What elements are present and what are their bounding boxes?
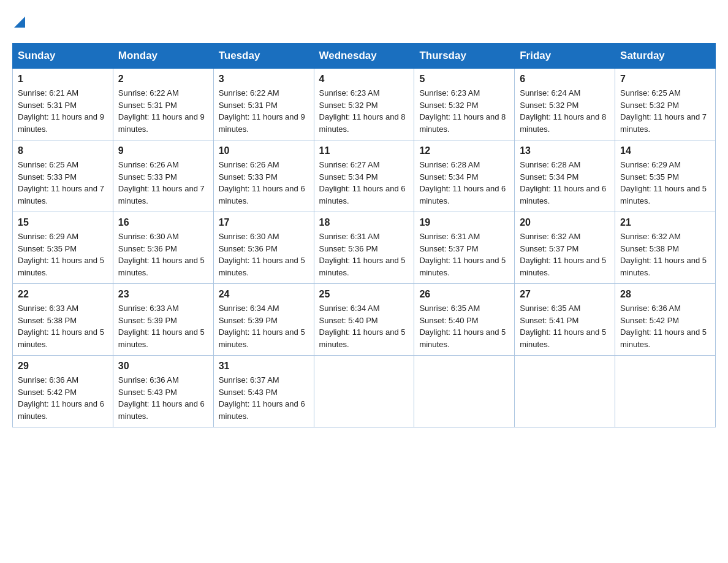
logo-triangle-icon (14, 12, 25, 32)
day-number: 31 (219, 361, 309, 372)
calendar-cell: 22 Sunrise: 6:33 AM Sunset: 5:38 PM Dayl… (13, 284, 113, 356)
calendar-cell: 14 Sunrise: 6:29 AM Sunset: 5:35 PM Dayl… (615, 140, 716, 212)
day-info: Sunrise: 6:28 AM Sunset: 5:34 PM Dayligh… (520, 159, 610, 207)
page-header (12, 12, 716, 33)
logo-general-row (12, 12, 25, 33)
day-number: 21 (620, 217, 710, 228)
day-info: Sunrise: 6:23 AM Sunset: 5:32 PM Dayligh… (319, 87, 409, 135)
day-info: Sunrise: 6:23 AM Sunset: 5:32 PM Dayligh… (419, 87, 509, 135)
day-number: 14 (620, 145, 710, 156)
day-number: 25 (319, 289, 409, 300)
calendar-cell: 27 Sunrise: 6:35 AM Sunset: 5:41 PM Dayl… (515, 284, 615, 356)
day-info: Sunrise: 6:31 AM Sunset: 5:37 PM Dayligh… (419, 231, 509, 278)
day-info: Sunrise: 6:30 AM Sunset: 5:36 PM Dayligh… (219, 231, 309, 278)
calendar-cell: 12 Sunrise: 6:28 AM Sunset: 5:34 PM Dayl… (414, 140, 515, 212)
day-number: 5 (419, 74, 509, 85)
calendar-cell: 5 Sunrise: 6:23 AM Sunset: 5:32 PM Dayli… (414, 69, 515, 140)
day-number: 8 (18, 145, 108, 156)
day-number: 23 (118, 289, 208, 300)
calendar-cell: 31 Sunrise: 6:37 AM Sunset: 5:43 PM Dayl… (213, 356, 314, 427)
calendar-cell: 17 Sunrise: 6:30 AM Sunset: 5:36 PM Dayl… (213, 212, 314, 284)
day-info: Sunrise: 6:21 AM Sunset: 5:31 PM Dayligh… (18, 87, 108, 135)
calendar-cell: 4 Sunrise: 6:23 AM Sunset: 5:32 PM Dayli… (314, 69, 414, 140)
day-info: Sunrise: 6:22 AM Sunset: 5:31 PM Dayligh… (118, 87, 208, 135)
day-number: 19 (419, 217, 509, 228)
week-row-4: 22 Sunrise: 6:33 AM Sunset: 5:38 PM Dayl… (13, 284, 716, 356)
weekday-header-monday: Monday (113, 44, 213, 69)
day-number: 11 (319, 145, 409, 156)
calendar-cell: 1 Sunrise: 6:21 AM Sunset: 5:31 PM Dayli… (13, 69, 113, 140)
logo (12, 12, 25, 33)
day-number: 22 (18, 289, 108, 300)
day-info: Sunrise: 6:31 AM Sunset: 5:36 PM Dayligh… (319, 231, 409, 278)
day-number: 7 (620, 74, 710, 85)
weekday-header-row: SundayMondayTuesdayWednesdayThursdayFrid… (13, 44, 716, 69)
day-info: Sunrise: 6:36 AM Sunset: 5:43 PM Dayligh… (118, 374, 208, 422)
day-number: 16 (118, 217, 208, 228)
day-number: 4 (319, 74, 409, 85)
day-number: 20 (520, 217, 610, 228)
week-row-3: 15 Sunrise: 6:29 AM Sunset: 5:35 PM Dayl… (13, 212, 716, 284)
day-info: Sunrise: 6:24 AM Sunset: 5:32 PM Dayligh… (520, 87, 610, 135)
day-info: Sunrise: 6:26 AM Sunset: 5:33 PM Dayligh… (118, 159, 208, 207)
day-number: 6 (520, 74, 610, 85)
day-number: 9 (118, 145, 208, 156)
day-info: Sunrise: 6:35 AM Sunset: 5:41 PM Dayligh… (520, 302, 610, 350)
day-info: Sunrise: 6:27 AM Sunset: 5:34 PM Dayligh… (319, 159, 409, 207)
day-info: Sunrise: 6:29 AM Sunset: 5:35 PM Dayligh… (18, 231, 108, 278)
day-number: 30 (118, 361, 208, 372)
calendar-cell: 20 Sunrise: 6:32 AM Sunset: 5:37 PM Dayl… (515, 212, 615, 284)
calendar-cell: 3 Sunrise: 6:22 AM Sunset: 5:31 PM Dayli… (213, 69, 314, 140)
calendar-cell (314, 356, 414, 427)
calendar-cell: 16 Sunrise: 6:30 AM Sunset: 5:36 PM Dayl… (113, 212, 213, 284)
calendar-cell: 15 Sunrise: 6:29 AM Sunset: 5:35 PM Dayl… (13, 212, 113, 284)
calendar-cell: 25 Sunrise: 6:34 AM Sunset: 5:40 PM Dayl… (314, 284, 414, 356)
day-number: 17 (219, 217, 309, 228)
day-info: Sunrise: 6:25 AM Sunset: 5:32 PM Dayligh… (620, 87, 710, 135)
calendar-cell: 13 Sunrise: 6:28 AM Sunset: 5:34 PM Dayl… (515, 140, 615, 212)
week-row-1: 1 Sunrise: 6:21 AM Sunset: 5:31 PM Dayli… (13, 69, 716, 140)
calendar-cell: 21 Sunrise: 6:32 AM Sunset: 5:38 PM Dayl… (615, 212, 716, 284)
day-info: Sunrise: 6:33 AM Sunset: 5:38 PM Dayligh… (18, 302, 108, 350)
day-info: Sunrise: 6:22 AM Sunset: 5:31 PM Dayligh… (219, 87, 309, 135)
svg-marker-0 (14, 17, 25, 28)
calendar-cell (615, 356, 716, 427)
calendar-cell: 28 Sunrise: 6:36 AM Sunset: 5:42 PM Dayl… (615, 284, 716, 356)
day-number: 2 (118, 74, 208, 85)
day-info: Sunrise: 6:37 AM Sunset: 5:43 PM Dayligh… (219, 374, 309, 422)
day-info: Sunrise: 6:34 AM Sunset: 5:40 PM Dayligh… (319, 302, 409, 350)
calendar-cell: 9 Sunrise: 6:26 AM Sunset: 5:33 PM Dayli… (113, 140, 213, 212)
calendar-cell (414, 356, 515, 427)
day-number: 27 (520, 289, 610, 300)
calendar-cell: 18 Sunrise: 6:31 AM Sunset: 5:36 PM Dayl… (314, 212, 414, 284)
week-row-2: 8 Sunrise: 6:25 AM Sunset: 5:33 PM Dayli… (13, 140, 716, 212)
day-info: Sunrise: 6:26 AM Sunset: 5:33 PM Dayligh… (219, 159, 309, 207)
weekday-header-tuesday: Tuesday (213, 44, 314, 69)
weekday-header-friday: Friday (515, 44, 615, 69)
calendar-cell: 19 Sunrise: 6:31 AM Sunset: 5:37 PM Dayl… (414, 212, 515, 284)
day-info: Sunrise: 6:28 AM Sunset: 5:34 PM Dayligh… (419, 159, 509, 207)
day-info: Sunrise: 6:32 AM Sunset: 5:37 PM Dayligh… (520, 231, 610, 278)
day-number: 1 (18, 74, 108, 85)
calendar-cell: 29 Sunrise: 6:36 AM Sunset: 5:42 PM Dayl… (13, 356, 113, 427)
calendar-cell: 10 Sunrise: 6:26 AM Sunset: 5:33 PM Dayl… (213, 140, 314, 212)
day-info: Sunrise: 6:35 AM Sunset: 5:40 PM Dayligh… (419, 302, 509, 350)
day-info: Sunrise: 6:34 AM Sunset: 5:39 PM Dayligh… (219, 302, 309, 350)
day-number: 12 (419, 145, 509, 156)
day-info: Sunrise: 6:30 AM Sunset: 5:36 PM Dayligh… (118, 231, 208, 278)
day-info: Sunrise: 6:36 AM Sunset: 5:42 PM Dayligh… (620, 302, 710, 350)
day-number: 18 (319, 217, 409, 228)
weekday-header-wednesday: Wednesday (314, 44, 414, 69)
calendar-cell: 7 Sunrise: 6:25 AM Sunset: 5:32 PM Dayli… (615, 69, 716, 140)
week-row-5: 29 Sunrise: 6:36 AM Sunset: 5:42 PM Dayl… (13, 356, 716, 427)
calendar-cell: 23 Sunrise: 6:33 AM Sunset: 5:39 PM Dayl… (113, 284, 213, 356)
calendar-cell (515, 356, 615, 427)
day-number: 29 (18, 361, 108, 372)
calendar-cell: 30 Sunrise: 6:36 AM Sunset: 5:43 PM Dayl… (113, 356, 213, 427)
weekday-header-sunday: Sunday (13, 44, 113, 69)
day-info: Sunrise: 6:32 AM Sunset: 5:38 PM Dayligh… (620, 231, 710, 278)
day-number: 24 (219, 289, 309, 300)
day-info: Sunrise: 6:25 AM Sunset: 5:33 PM Dayligh… (18, 159, 108, 207)
day-info: Sunrise: 6:36 AM Sunset: 5:42 PM Dayligh… (18, 374, 108, 422)
day-number: 3 (219, 74, 309, 85)
